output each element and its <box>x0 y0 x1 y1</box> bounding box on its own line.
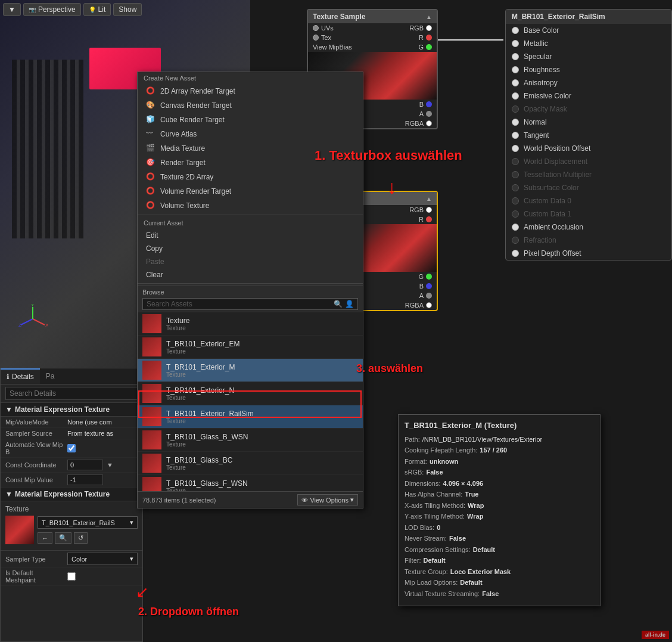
asset-item-glass-bc[interactable]: T_BR101_Glass_BC Texture <box>138 452 363 475</box>
asset-thumb <box>142 384 161 403</box>
menu-item-edit[interactable]: Edit <box>138 229 363 242</box>
details-search <box>1 384 142 403</box>
info-label-format: Format: <box>405 457 427 467</box>
menu-item-cube[interactable]: 🧊 Cube Render Target <box>138 113 363 127</box>
volume-render-icon: ⭕ <box>146 187 155 196</box>
const-coord-input[interactable] <box>67 460 103 470</box>
info-row-filter: Filter: Default <box>405 556 594 566</box>
show-btn[interactable]: Show <box>113 3 142 16</box>
browse-title: Browse <box>142 289 358 296</box>
asset-list-footer: 78.873 items (1 selected) 👁 View Options… <box>138 491 363 508</box>
asset-item-m[interactable]: T_BR101_Exterior_M Texture <box>138 359 363 382</box>
info-label-dimensions: Dimensions: <box>405 479 441 489</box>
section1-header: ▼ Material Expression Texture <box>1 403 142 417</box>
menu-item-label: Curve Atlas <box>160 130 197 138</box>
pin-rgba2-out <box>426 302 432 308</box>
svg-text:Y: Y <box>31 304 35 308</box>
info-value-filter: Default <box>424 556 446 566</box>
menu-item-volume-render[interactable]: ⭕ Volume Render Target <box>138 184 363 199</box>
info-value-cooking: 157 / 260 <box>480 445 507 455</box>
perspective-label: Perspective <box>38 5 76 14</box>
asset-item-glass-b[interactable]: T_BR101_Glass_B_WSN Texture <box>138 429 363 452</box>
rgba-label: RGBA <box>405 120 424 127</box>
asset-item-texture[interactable]: Texture Texture <box>138 312 363 336</box>
sampler-source-row: Sampler Source From texture as <box>1 428 142 439</box>
menu-item-label: Texture 2D Array <box>160 173 213 181</box>
item-count: 78.873 items (1 selected) <box>142 497 216 504</box>
mat-label-world-pos: World Position Offset <box>524 144 590 153</box>
menu-item-curve-atlas[interactable]: 〰 Curve Atlas <box>138 127 363 141</box>
sampler-type-arrow: ▾ <box>130 555 133 563</box>
perspective-dropdown-btn[interactable]: ▼ <box>3 3 21 16</box>
r2-label: R <box>419 216 424 223</box>
asset-type: Texture <box>166 325 189 331</box>
texture-dropdown-btn[interactable]: T_BR101_Exterior_RailS ▾ <box>38 516 138 529</box>
user-icon: 👤 <box>345 300 354 308</box>
info-value-srgb: False <box>426 467 443 477</box>
search-details-input[interactable] <box>5 387 138 400</box>
asset-item-railsim[interactable]: T_BR101_Exterior_RailSim Texture <box>138 405 363 429</box>
menu-item-copy-label: Copy <box>146 244 163 253</box>
mat-label-tangent: Tangent <box>524 131 549 139</box>
menu-item-2d-array[interactable]: ⭕ 2D Array Render Target <box>138 84 363 98</box>
asset-type: Texture <box>166 418 254 424</box>
section1-collapse-icon[interactable]: ▼ <box>5 405 13 414</box>
asset-item-em[interactable]: T_BR101_Exterior_EM Texture <box>138 336 363 359</box>
search-assets-input[interactable] <box>147 300 331 308</box>
menu-item-paste: Paste <box>138 255 363 268</box>
node-row-tex: Tex R <box>308 33 437 42</box>
menu-item-canvas[interactable]: 🎨 Canvas Render Target <box>138 98 363 113</box>
asset-item-glass-f[interactable]: T_BR101_Glass_F_WSN Texture <box>138 475 363 491</box>
node-title-1: Texture Sample <box>313 13 365 21</box>
asset-item-n[interactable]: T_BR101_Exterior_N Texture <box>138 382 363 405</box>
texture-back-btn[interactable]: ← <box>38 532 52 544</box>
sampler-type-dropdown[interactable]: Color ▾ <box>67 553 138 565</box>
menu-item-texture-2d[interactable]: ⭕ Texture 2D Array <box>138 170 363 184</box>
2d-array-icon: ⭕ <box>146 86 155 96</box>
mat-pin-custom0 <box>512 197 519 204</box>
cube-icon: 🧊 <box>146 115 155 125</box>
menu-item-clear[interactable]: Clear <box>138 268 363 281</box>
info-panel: T_BR101_Exterior_M (Texture) Path: /NRM_… <box>398 414 601 607</box>
info-row-srgb: sRGB: False <box>405 467 594 477</box>
info-value-compression: Default <box>473 545 495 555</box>
lit-btn[interactable]: 💡 Lit <box>83 3 111 16</box>
current-asset-title: Current Asset <box>138 217 363 229</box>
curve-atlas-icon: 〰 <box>146 129 155 139</box>
dropdown-arrow-icon: ▼ <box>8 5 15 14</box>
auto-view-mip-checkbox[interactable] <box>67 444 76 452</box>
const-coord-stepper[interactable]: ▼ <box>107 461 113 469</box>
texture-actions: ← 🔍 ↺ <box>38 532 138 544</box>
menu-item-volume-texture[interactable]: ⭕ Volume Texture <box>138 199 363 213</box>
details-section-1: ▼ Material Expression Texture MipValueMo… <box>1 403 142 488</box>
info-row-virtual-streaming: Virtual Texture Streaming: False <box>405 589 594 599</box>
uvs-label: UVs <box>321 24 334 32</box>
pin-tex-in <box>313 35 319 41</box>
menu-item-copy[interactable]: Copy <box>138 242 363 255</box>
pin-uvs-in <box>313 25 319 31</box>
texture-refresh-btn[interactable]: ↺ <box>74 532 88 544</box>
asset-type: Texture <box>166 441 248 448</box>
watermark-text: all-in.de <box>642 631 669 639</box>
section2-collapse-icon[interactable]: ▼ <box>5 490 13 498</box>
perspective-btn[interactable]: 📷 Perspective <box>23 3 81 16</box>
node-collapse-icon-2[interactable]: ▲ <box>426 196 432 202</box>
is-default-checkbox[interactable] <box>67 572 76 581</box>
tab-pa[interactable]: Pa <box>40 368 61 384</box>
asset-type: Texture <box>166 371 235 378</box>
info-row-y-tiling: Y-axis Tiling Method: Wrap <box>405 511 594 522</box>
node-collapse-icon-1[interactable]: ▲ <box>426 14 432 20</box>
pin-rgb2-out <box>426 207 432 213</box>
menu-item-edit-label: Edit <box>146 231 158 240</box>
mat-row-world-pos: World Position Offset <box>506 142 671 155</box>
texture-search-btn[interactable]: 🔍 <box>55 532 71 544</box>
tab-details[interactable]: ℹ Details <box>1 368 40 384</box>
info-panel-title: T_BR101_Exterior_M (Texture) <box>405 421 594 430</box>
info-row-x-tiling: X-axis Tiling Method: Wrap <box>405 501 594 511</box>
pa-tab-label: Pa <box>46 372 55 380</box>
const-mip-input[interactable] <box>67 474 103 485</box>
asset-name: T_BR101_Exterior_M <box>166 363 235 371</box>
mat-row-world-disp: World Displacement <box>506 155 671 168</box>
create-new-asset-title: Create New Asset <box>138 72 363 84</box>
view-options-btn[interactable]: 👁 View Options ▾ <box>297 494 358 505</box>
